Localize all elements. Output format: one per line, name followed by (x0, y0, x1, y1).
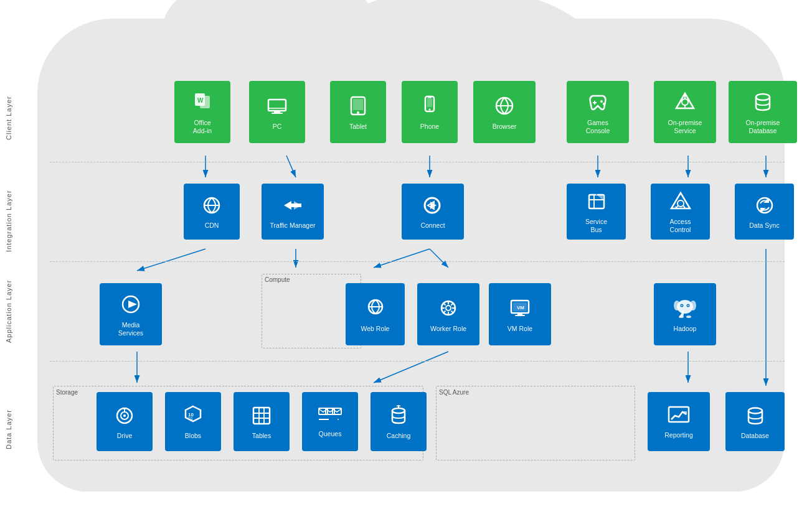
database-label: Database (741, 432, 769, 440)
svg-rect-29 (428, 97, 432, 98)
svg-rect-90 (253, 408, 270, 424)
browser-label: Browser (493, 123, 517, 131)
svg-point-77 (681, 305, 682, 306)
svg-point-40 (756, 94, 770, 100)
tablet-icon (347, 95, 369, 120)
onpremise-service-icon (674, 91, 696, 116)
traffic-manager-label: Traffic Manager (270, 222, 316, 230)
browser-icon (493, 95, 516, 120)
svg-point-78 (687, 305, 689, 306)
queues-label: Queues (319, 430, 342, 438)
tile-queues[interactable]: Queues (302, 392, 358, 451)
tile-blobs[interactable]: 10 01 Blobs (165, 392, 221, 451)
tile-onpremise-service[interactable]: On-premiseService (654, 81, 716, 143)
svg-marker-56 (128, 301, 137, 308)
svg-marker-101 (396, 405, 401, 406)
queues-icon (318, 407, 342, 428)
tile-worker-role[interactable]: Worker Role (417, 283, 479, 345)
svg-point-85 (123, 414, 126, 417)
svg-point-80 (690, 301, 696, 311)
tables-icon (251, 405, 272, 429)
tile-tables[interactable]: Tables (234, 392, 290, 451)
tile-drive[interactable]: Drive (97, 392, 153, 451)
tile-web-role[interactable]: Web Role (346, 283, 405, 345)
svg-point-79 (674, 301, 680, 311)
storage-label: Storage (56, 389, 78, 396)
drive-icon (114, 405, 135, 429)
integration-application-divider (50, 261, 785, 262)
svg-line-53 (683, 205, 685, 208)
tile-games[interactable]: GamesConsole (567, 81, 629, 143)
database-icon (745, 405, 766, 429)
phone-icon (418, 95, 441, 120)
tile-database[interactable]: Database (725, 392, 785, 451)
access-control-label: AccessControl (670, 218, 691, 233)
svg-point-35 (603, 103, 605, 105)
client-integration-divider (50, 162, 785, 162)
tile-data-sync[interactable]: Data Sync (735, 184, 794, 240)
data-sync-label: Data Sync (749, 222, 779, 230)
games-icon (585, 91, 610, 116)
vm-role-icon: VM (509, 297, 531, 322)
tile-media-services[interactable]: MediaServices (100, 283, 162, 345)
office-label: OfficeAdd-in (193, 119, 212, 134)
tile-traffic-manager[interactable]: Traffic Manager (262, 184, 324, 240)
svg-rect-20 (274, 111, 280, 113)
svg-line-65 (443, 303, 446, 306)
svg-rect-21 (271, 113, 283, 114)
cdn-label: CDN (205, 222, 219, 230)
tile-tablet[interactable]: Tablet (330, 81, 386, 143)
access-control-icon (669, 191, 692, 215)
tile-connect[interactable]: Connect (402, 184, 464, 240)
svg-point-103 (748, 408, 762, 413)
svg-point-25 (357, 111, 359, 114)
connect-label: Connect (420, 222, 445, 230)
svg-rect-24 (353, 99, 363, 110)
tile-caching[interactable]: Caching (371, 392, 427, 451)
reporting-label: Reporting (664, 431, 693, 439)
hadoop-label: Hadoop (674, 325, 697, 333)
web-role-label: Web Role (361, 325, 390, 333)
application-data-divider (50, 361, 785, 362)
blobs-icon: 10 01 (182, 405, 204, 429)
tile-office[interactable]: W OfficeAdd-in (174, 81, 230, 143)
svg-text:01: 01 (188, 416, 193, 421)
svg-point-82 (686, 315, 691, 318)
service-bus-icon (585, 191, 608, 215)
tile-onpremise-db[interactable]: On-premiseDatabase (729, 81, 797, 143)
sql-azure-section (436, 386, 635, 460)
media-services-label: MediaServices (118, 321, 143, 337)
client-layer-label: Client Layer (5, 81, 16, 156)
caching-icon (388, 405, 409, 429)
tile-reporting[interactable]: Reporting (648, 392, 710, 451)
application-layer-label: Application Layer (5, 274, 16, 348)
tile-access-control[interactable]: AccessControl (651, 184, 710, 240)
caching-label: Caching (387, 432, 411, 440)
svg-line-68 (443, 311, 446, 314)
svg-point-60 (446, 306, 451, 311)
tile-phone[interactable]: Phone (402, 81, 458, 143)
tile-service-bus[interactable]: ServiceBus (567, 184, 626, 240)
onpremise-db-icon (752, 91, 774, 116)
drive-label: Drive (117, 432, 133, 440)
tile-vm-role[interactable]: VM VM Role (489, 283, 551, 345)
traffic-manager-icon (281, 195, 304, 219)
svg-point-28 (429, 109, 431, 111)
tile-pc[interactable]: PC (249, 81, 305, 143)
media-services-icon (120, 293, 142, 319)
vm-role-label: VM Role (507, 325, 532, 333)
service-bus-label: ServiceBus (585, 218, 607, 233)
svg-point-37 (682, 99, 688, 105)
onpremise-service-label: On-premiseService (668, 119, 702, 134)
reporting-icon (668, 406, 690, 429)
web-role-icon (364, 297, 387, 322)
tile-browser[interactable]: Browser (473, 81, 536, 143)
main-container: Client Layer Integration Layer Applicati… (0, 0, 812, 514)
tile-hadoop[interactable]: Hadoop (654, 283, 716, 345)
pc-label: PC (273, 123, 282, 131)
games-label: GamesConsole (586, 119, 610, 134)
svg-point-81 (679, 315, 684, 318)
tile-cdn[interactable]: CDN (184, 184, 240, 240)
connect-icon (422, 195, 444, 219)
svg-line-66 (451, 311, 454, 314)
